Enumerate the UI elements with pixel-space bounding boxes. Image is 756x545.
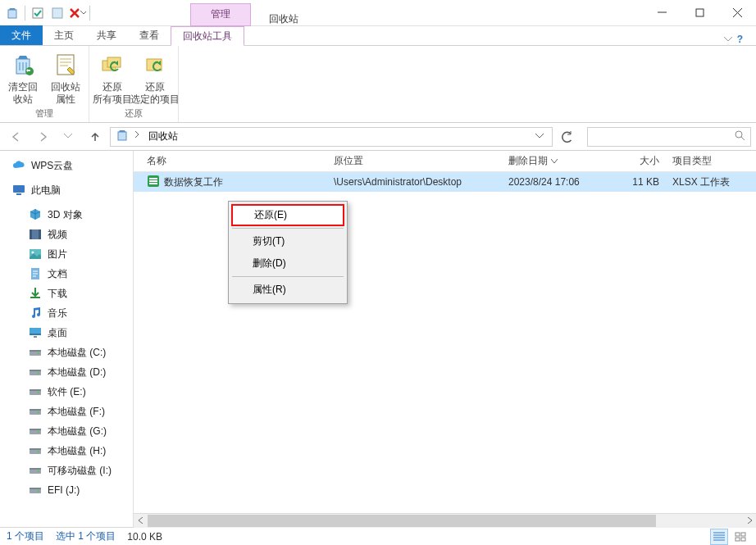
music-icon: [28, 306, 43, 320]
nav-tree[interactable]: WPS云盘此电脑3D 对象视频图片文档下载音乐桌面本地磁盘 (C:)本地磁盘 (…: [0, 151, 134, 527]
file-name: 数据恢复工作: [164, 175, 223, 189]
picture-icon: [28, 247, 43, 261]
minimize-button[interactable]: [643, 0, 681, 26]
ribbon-group-restore: 还原 所有项目 还原 选定的项目 还原: [89, 46, 179, 122]
restore-selected-button[interactable]: 还原 选定的项目: [137, 49, 173, 106]
tab-home[interactable]: 主页: [43, 25, 85, 45]
tab-view[interactable]: 查看: [128, 25, 171, 45]
tree-item-8[interactable]: 桌面: [0, 323, 133, 343]
status-view-switch: [710, 529, 749, 545]
tree-item-0[interactable]: WPS云盘: [0, 156, 133, 175]
restore-sel-icon: [141, 51, 169, 79]
tree-item-4[interactable]: 图片: [0, 244, 133, 264]
nav-recent-dropdown[interactable]: [57, 125, 80, 148]
tree-item-3[interactable]: 视频: [0, 225, 133, 244]
horizontal-scrollbar[interactable]: [134, 513, 756, 527]
cm-separator: [232, 228, 344, 229]
props-icon: [52, 51, 80, 79]
address-bar[interactable]: 回收站: [110, 127, 553, 147]
empty-bin-icon: [9, 51, 37, 79]
hscroll-left-icon[interactable]: [134, 514, 148, 528]
col-type[interactable]: 项目类型: [666, 151, 756, 171]
nav-back-button[interactable]: [5, 125, 28, 148]
restore-all-button[interactable]: 还原 所有项目: [94, 49, 130, 106]
drive-icon: [28, 424, 43, 438]
svg-rect-49: [149, 180, 157, 182]
recycle-props-button[interactable]: 回收站 属性: [48, 49, 84, 106]
svg-rect-30: [30, 389, 41, 391]
nav-up-button[interactable]: [84, 125, 107, 148]
svg-rect-21: [30, 334, 41, 335]
tree-item-15[interactable]: 可移动磁盘 (I:): [0, 461, 133, 480]
tree-item-16[interactable]: EFI (J:): [0, 480, 133, 500]
tree-item-10[interactable]: 本地磁盘 (D:): [0, 362, 133, 382]
tree-label: 本地磁盘 (G:): [48, 425, 107, 438]
cube-icon: [28, 207, 43, 222]
tree-label: 本地磁盘 (C:): [48, 346, 106, 360]
qat-close-icon[interactable]: [68, 4, 86, 22]
col-name[interactable]: 名称: [140, 151, 327, 171]
maximize-button[interactable]: [681, 0, 718, 26]
tree-item-7[interactable]: 音乐: [0, 303, 133, 323]
tree-label: 3D 对象: [48, 208, 83, 222]
cm-cut[interactable]: 剪切(T): [231, 230, 344, 252]
status-size: 10.0 KB: [127, 531, 162, 543]
empty-recycle-button[interactable]: 清空回 收站: [5, 49, 41, 106]
tree-label: 下载: [48, 287, 67, 301]
svg-point-18: [32, 252, 34, 254]
tree-item-14[interactable]: 本地磁盘 (H:): [0, 441, 133, 461]
ribbon-body: 清空回 收站 回收站 属性 管理 还原 所有项目 还原 选定的项目 还原: [0, 46, 756, 123]
file-tab[interactable]: 文件: [0, 25, 43, 45]
main-area: WPS云盘此电脑3D 对象视频图片文档下载音乐桌面本地磁盘 (C:)本地磁盘 (…: [0, 151, 756, 527]
tree-label: 本地磁盘 (D:): [48, 366, 106, 379]
file-row[interactable]: 数据恢复工作 \Users\Administrator\Desktop 2023…: [134, 172, 756, 192]
ribbon-collapse-icon[interactable]: [724, 34, 732, 45]
address-dropdown[interactable]: [534, 128, 547, 146]
refresh-button[interactable]: [556, 125, 579, 148]
tree-item-11[interactable]: 软件 (E:): [0, 382, 133, 402]
tree-label: 软件 (E:): [48, 385, 86, 399]
ribbon-group-manage: 清空回 收站 回收站 属性 管理: [0, 46, 89, 122]
svg-rect-1: [33, 8, 43, 18]
col-deldate[interactable]: 删除日期: [502, 151, 600, 171]
cm-restore[interactable]: 还原(E): [231, 204, 344, 226]
tab-recycle-tools[interactable]: 回收站工具: [171, 26, 244, 46]
close-button[interactable]: [718, 0, 756, 26]
col-orig[interactable]: 原位置: [327, 151, 502, 171]
cm-delete[interactable]: 删除(D): [231, 252, 344, 275]
tree-item-13[interactable]: 本地磁盘 (G:): [0, 421, 133, 441]
context-tab-manage[interactable]: 管理: [190, 3, 251, 26]
tree-item-6[interactable]: 下载: [0, 284, 133, 303]
tree-label: 文档: [48, 267, 67, 281]
qat-recyclebin-icon[interactable]: [3, 4, 21, 22]
hscroll-track[interactable]: [148, 514, 742, 528]
svg-rect-24: [30, 350, 41, 352]
desktop-icon: [28, 325, 43, 340]
tree-item-2[interactable]: 3D 对象: [0, 205, 133, 225]
search-box[interactable]: [587, 127, 751, 147]
qat-dropdown-icon[interactable]: [48, 4, 66, 22]
col-size[interactable]: 大小: [600, 151, 666, 171]
help-icon[interactable]: ?: [737, 34, 743, 45]
nav-forward-button[interactable]: [31, 125, 54, 148]
tree-item-9[interactable]: 本地磁盘 (C:): [0, 343, 133, 362]
view-large-button[interactable]: [731, 529, 749, 545]
file-deldate: 2023/8/24 17:06: [502, 176, 600, 188]
col-del-label: 删除日期: [508, 154, 548, 168]
tree-item-1[interactable]: 此电脑: [0, 180, 133, 200]
svg-point-25: [38, 352, 39, 354]
svg-point-43: [38, 470, 39, 472]
hscroll-right-icon[interactable]: [742, 514, 756, 528]
hscroll-thumb[interactable]: [148, 515, 656, 527]
view-details-button[interactable]: [710, 529, 728, 545]
svg-point-11: [736, 131, 742, 138]
cm-props[interactable]: 属性(R): [231, 279, 344, 301]
tab-share[interactable]: 共享: [85, 25, 128, 45]
qat-check-icon[interactable]: [29, 4, 47, 22]
restore-all-icon: [98, 51, 126, 79]
tree-label: 此电脑: [31, 184, 61, 198]
addr-chevron-icon[interactable]: [134, 130, 143, 143]
tree-item-5[interactable]: 文档: [0, 264, 133, 284]
tree-item-12[interactable]: 本地磁盘 (F:): [0, 402, 133, 421]
svg-rect-10: [118, 132, 126, 140]
